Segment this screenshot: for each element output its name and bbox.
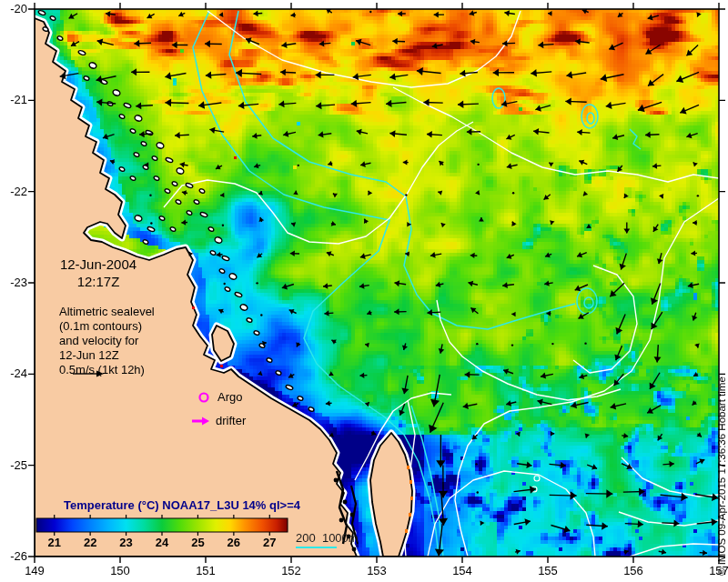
y-axis-tick-label: -26 bbox=[0, 549, 27, 563]
x-axis-tick-label: 152 bbox=[278, 564, 305, 577]
argo-legend-label: Argo bbox=[217, 390, 242, 405]
colorbar-title: Temperature (°C) NOAA17_L3U 14% ql>=4 bbox=[64, 498, 300, 513]
altimetric-note-line: (0.1m contours) bbox=[59, 319, 142, 334]
y-axis-tick-label: -21 bbox=[0, 93, 27, 106]
y-axis-tick-label: -25 bbox=[0, 458, 27, 472]
time-label: 12:17Z bbox=[56, 275, 140, 289]
colorbar-tick-label: 26 bbox=[222, 536, 246, 549]
y-axis-tick-label: -20 bbox=[0, 2, 27, 15]
x-axis-tick-label: 150 bbox=[106, 564, 134, 577]
map-image bbox=[0, 0, 728, 582]
altimetric-note-line: 0.5m/s (1kt 12h) bbox=[59, 363, 145, 377]
colorbar-tick-label: 24 bbox=[150, 536, 174, 549]
x-axis-tick-label: 154 bbox=[449, 564, 476, 577]
x-axis-tick-label: 151 bbox=[192, 564, 219, 577]
date-label: 12-Jun-2004 bbox=[56, 257, 140, 272]
altimetric-note-line: Altimetric sealevel bbox=[59, 305, 155, 319]
copyright-note: © IMOS 09-Apr-2015 17:36:36 Hobart time bbox=[716, 346, 727, 576]
x-axis-tick-label: 155 bbox=[534, 564, 561, 577]
y-axis-tick-label: -22 bbox=[0, 185, 27, 198]
bathymetry-legend-label: 200 1000m bbox=[296, 531, 359, 546]
colorbar-tick-label: 23 bbox=[115, 536, 138, 549]
x-axis-tick-label: 156 bbox=[620, 564, 647, 577]
x-axis-tick-label: 149 bbox=[21, 564, 48, 577]
sst-map-figure: 12-Jun-2004 12:17Z Altimetric sealevel (… bbox=[0, 0, 728, 582]
colorbar-tick-label: 27 bbox=[258, 536, 281, 549]
drifter-legend-label: drifter bbox=[216, 414, 246, 428]
colorbar-tick-label: 25 bbox=[186, 536, 209, 549]
x-axis-tick-label: 153 bbox=[363, 564, 390, 577]
colorbar-tick-label: 22 bbox=[78, 536, 102, 549]
colorbar-tick-label: 21 bbox=[43, 536, 66, 549]
y-axis-tick-label: -24 bbox=[0, 366, 27, 380]
y-axis-tick-label: -23 bbox=[0, 276, 27, 289]
altimetric-note-line: 12-Jun 12Z bbox=[59, 348, 119, 363]
altimetric-note-line: and velocity for bbox=[59, 334, 138, 348]
